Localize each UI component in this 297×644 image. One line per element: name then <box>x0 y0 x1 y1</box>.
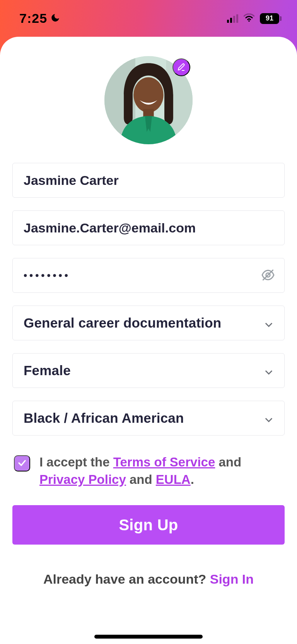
status-time: 7:25 <box>19 11 47 26</box>
pencil-icon <box>177 62 186 73</box>
purpose-select[interactable]: General career documentation <box>12 306 285 340</box>
toggle-password-visibility-button[interactable] <box>260 268 276 283</box>
footer-row: Already have an account? Sign In <box>12 572 285 587</box>
terms-text: I accept the Terms of Service and Privac… <box>39 454 285 488</box>
gender-select[interactable]: Female <box>12 353 285 388</box>
moon-icon <box>50 11 60 26</box>
terms-mid2: and <box>126 472 156 487</box>
password-field[interactable]: •••••••• <box>12 258 285 293</box>
battery-icon: 91 <box>260 13 282 24</box>
wifi-icon <box>244 14 254 24</box>
signup-button[interactable]: Sign Up <box>12 505 285 545</box>
status-right: 91 <box>227 13 282 24</box>
edit-avatar-button[interactable] <box>172 58 190 76</box>
home-indicator <box>94 635 203 639</box>
name-input[interactable] <box>24 163 273 197</box>
check-icon <box>17 458 27 469</box>
password-mask: •••••••• <box>24 270 70 282</box>
status-bar: 7:25 91 <box>0 0 297 37</box>
eula-link[interactable]: EULA <box>156 472 191 487</box>
avatar-container <box>104 56 193 144</box>
ethnicity-value: Black / African American <box>24 410 184 426</box>
status-left: 7:25 <box>19 11 60 26</box>
svg-point-4 <box>133 77 164 113</box>
eye-off-icon <box>261 268 275 283</box>
footer-question: Already have an account? <box>43 572 210 586</box>
ethnicity-select[interactable]: Black / African American <box>12 401 285 436</box>
svg-point-0 <box>248 20 250 22</box>
signin-link[interactable]: Sign In <box>210 572 254 586</box>
signup-card: •••••••• General career documentation Fe… <box>0 37 297 644</box>
privacy-link[interactable]: Privacy Policy <box>39 472 126 487</box>
tos-link[interactable]: Terms of Service <box>113 455 215 469</box>
gender-value: Female <box>24 363 71 378</box>
email-input[interactable] <box>24 211 273 245</box>
purpose-value: General career documentation <box>24 315 221 331</box>
email-field[interactable] <box>12 210 285 245</box>
terms-suffix: . <box>191 472 194 487</box>
terms-prefix: I accept the <box>39 455 113 469</box>
terms-checkbox[interactable] <box>14 455 30 471</box>
cellular-icon <box>227 14 238 23</box>
chevron-down-icon <box>263 365 274 376</box>
screen: 7:25 91 <box>0 0 297 644</box>
name-field[interactable] <box>12 163 285 198</box>
terms-row: I accept the Terms of Service and Privac… <box>12 448 285 488</box>
chevron-down-icon <box>263 318 274 328</box>
terms-mid1: and <box>215 455 241 469</box>
battery-level: 91 <box>266 14 273 22</box>
chevron-down-icon <box>263 413 274 424</box>
